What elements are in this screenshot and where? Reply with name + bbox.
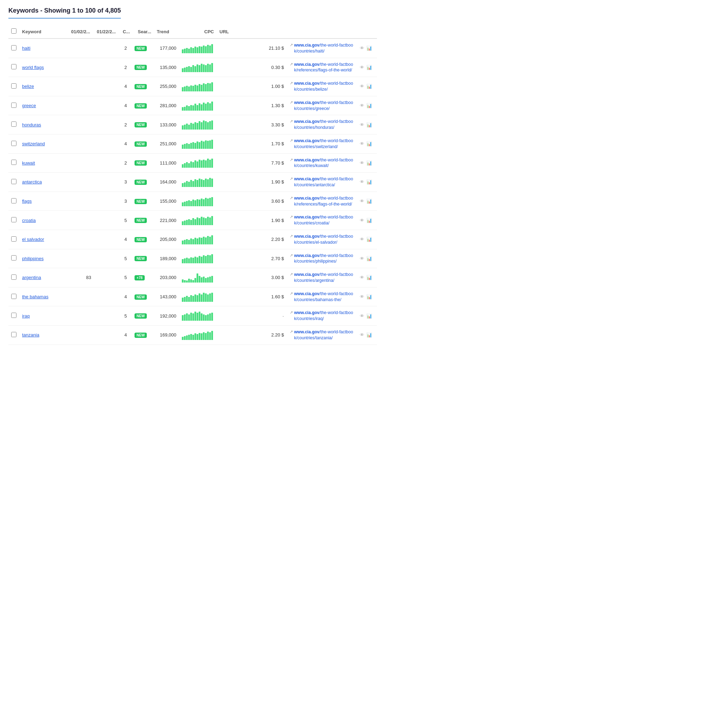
select-all-checkbox[interactable] [11, 28, 17, 34]
chart-icon[interactable]: 📊 [367, 218, 372, 223]
eye-icon[interactable]: 👁 [360, 103, 364, 108]
actions-cell: 👁📊 [357, 307, 377, 326]
keyword-link[interactable]: honduras [22, 122, 41, 127]
chart-icon[interactable]: 📊 [367, 332, 372, 337]
url-link[interactable]: ↗www.cia.gov/the-world-factbook/countrie… [290, 176, 354, 188]
trend-bar [203, 199, 205, 206]
url-cell: ↗www.cia.gov/the-world-factbook/countrie… [287, 115, 357, 134]
trend-bar [201, 257, 202, 263]
actions-cell: 👁📊 [357, 115, 377, 134]
chart-icon[interactable]: 📊 [367, 275, 372, 280]
trend-bar [190, 162, 192, 168]
keyword-link[interactable]: iraq [22, 313, 30, 319]
eye-icon[interactable]: 👁 [360, 65, 364, 70]
keyword-link[interactable]: the bahamas [22, 294, 48, 299]
url-link[interactable]: ↗www.cia.gov/the-world-factbook/countrie… [290, 138, 354, 150]
c-value: 2 [124, 65, 127, 70]
row-checkbox[interactable] [11, 255, 17, 261]
row-checkbox[interactable] [11, 179, 17, 184]
url-link[interactable]: ↗www.cia.gov/the-world-factbook/referenc… [290, 62, 354, 73]
row-checkbox[interactable] [11, 294, 17, 299]
url-link[interactable]: ↗www.cia.gov/the-world-factbook/countrie… [290, 253, 354, 265]
cpc-cell: 2.20 $ [217, 325, 287, 345]
chart-icon[interactable]: 📊 [367, 103, 372, 108]
keyword-link[interactable]: tanzania [22, 332, 39, 337]
chart-icon[interactable]: 📊 [367, 122, 372, 127]
chart-icon[interactable]: 📊 [367, 84, 372, 89]
url-link[interactable]: ↗www.cia.gov/the-world-factbook/countrie… [290, 81, 354, 92]
row-checkbox-cell [8, 211, 19, 230]
row-checkbox[interactable] [11, 332, 17, 337]
row-checkbox[interactable] [11, 45, 17, 50]
eye-icon[interactable]: 👁 [360, 237, 364, 242]
url-link[interactable]: ↗www.cia.gov/the-world-factbook/countrie… [290, 100, 354, 112]
keyword-link[interactable]: croatia [22, 218, 36, 223]
url-link[interactable]: ↗www.cia.gov/the-world-factbook/referenc… [290, 195, 354, 207]
row-checkbox[interactable] [11, 217, 17, 222]
eye-icon[interactable]: 👁 [360, 256, 364, 261]
chart-icon[interactable]: 📊 [367, 294, 372, 299]
eye-icon[interactable]: 👁 [360, 275, 364, 280]
trend-bar [188, 314, 190, 321]
trend-cell [179, 192, 217, 211]
row-checkbox[interactable] [11, 64, 17, 69]
eye-icon[interactable]: 👁 [360, 294, 364, 299]
chart-icon[interactable]: 📊 [367, 141, 372, 146]
trend-cell [179, 249, 217, 268]
url-link[interactable]: ↗www.cia.gov/the-world-factbook/countrie… [290, 43, 354, 54]
keyword-link[interactable]: world flags [22, 65, 44, 70]
eye-icon[interactable]: 👁 [360, 141, 364, 146]
row-checkbox[interactable] [11, 122, 17, 127]
chart-icon[interactable]: 📊 [367, 46, 372, 51]
eye-icon[interactable]: 👁 [360, 179, 364, 185]
url-link[interactable]: ↗www.cia.gov/the-world-factbook/countrie… [290, 291, 354, 303]
chart-icon[interactable]: 📊 [367, 256, 372, 261]
chart-icon[interactable]: 📊 [367, 198, 372, 204]
row-checkbox[interactable] [11, 141, 17, 146]
eye-icon[interactable]: 👁 [360, 313, 364, 319]
row-checkbox[interactable] [11, 236, 17, 242]
row-checkbox[interactable] [11, 83, 17, 88]
keyword-link[interactable]: greece [22, 103, 36, 108]
keyword-link[interactable]: kuwait [22, 160, 35, 166]
col-header-check [8, 25, 19, 38]
eye-icon[interactable]: 👁 [360, 218, 364, 223]
trend-bar [192, 65, 194, 72]
keyword-link[interactable]: flags [22, 198, 32, 204]
eye-icon[interactable]: 👁 [360, 84, 364, 89]
trend-bar [197, 162, 198, 168]
url-link[interactable]: ↗www.cia.gov/the-world-factbook/countrie… [290, 233, 354, 246]
chart-icon[interactable]: 📊 [367, 313, 372, 319]
url-link[interactable]: ↗www.cia.gov/the-world-factbook/countrie… [290, 119, 354, 131]
keyword-link[interactable]: el salvador [22, 237, 44, 242]
url-link[interactable]: ↗www.cia.gov/the-world-factbook/countrie… [290, 272, 354, 284]
eye-icon[interactable]: 👁 [360, 122, 364, 127]
keyword-link[interactable]: antarctica [22, 179, 42, 185]
keyword-link[interactable]: belize [22, 84, 34, 89]
eye-icon[interactable]: 👁 [360, 198, 364, 204]
chart-icon[interactable]: 📊 [367, 65, 372, 70]
row-checkbox[interactable] [11, 275, 17, 280]
cpc-cell: 0.30 $ [217, 58, 287, 77]
eye-icon[interactable]: 👁 [360, 46, 364, 51]
row-checkbox[interactable] [11, 102, 17, 108]
url-link[interactable]: ↗www.cia.gov/the-world-factbook/countrie… [290, 310, 354, 322]
eye-icon[interactable]: 👁 [360, 160, 364, 166]
keyword-link[interactable]: switzerland [22, 141, 45, 146]
keyword-link[interactable]: argentina [22, 275, 41, 280]
col-header-url: URL [217, 25, 287, 38]
badge-cell: NEW [133, 287, 154, 307]
row-checkbox[interactable] [11, 313, 17, 318]
keyword-link[interactable]: haiti [22, 46, 31, 51]
chart-icon[interactable]: 📊 [367, 179, 372, 185]
row-checkbox[interactable] [11, 160, 17, 165]
chart-icon[interactable]: 📊 [367, 160, 372, 166]
eye-icon[interactable]: 👁 [360, 332, 364, 337]
url-link[interactable]: ↗www.cia.gov/the-world-factbook/countrie… [290, 214, 354, 226]
keyword-link[interactable]: philippines [22, 256, 43, 261]
row-checkbox[interactable] [11, 198, 17, 203]
chart-icon[interactable]: 📊 [367, 237, 372, 242]
url-link[interactable]: ↗www.cia.gov/the-world-factbook/countrie… [290, 329, 354, 341]
url-link[interactable]: ↗www.cia.gov/the-world-factbook/countrie… [290, 157, 354, 169]
c-cell: 4 [119, 287, 133, 307]
